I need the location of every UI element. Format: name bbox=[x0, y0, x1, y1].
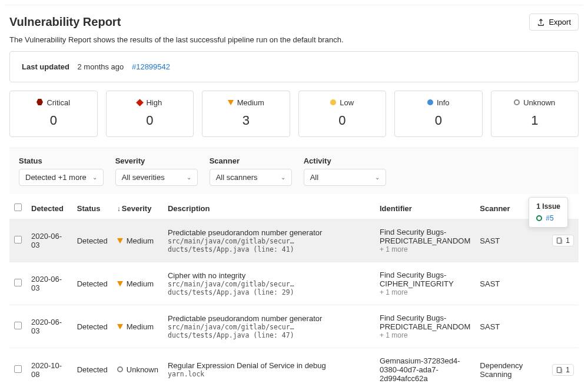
severity-icon bbox=[427, 98, 433, 107]
severity-icon bbox=[117, 279, 123, 288]
filter-status-value: Detected +1 more bbox=[25, 173, 87, 182]
severity-name: Medium bbox=[237, 98, 264, 107]
table-row[interactable]: 2020-06-03 Detected Medium Predictable p… bbox=[9, 219, 579, 262]
severity-name: Info bbox=[437, 98, 450, 107]
cell-description[interactable]: Predictable pseudorandom number generato… bbox=[163, 219, 375, 262]
filter-activity-value: All bbox=[310, 173, 318, 182]
chevron-down-icon: ⌄ bbox=[92, 174, 97, 181]
issue-icon bbox=[556, 237, 563, 244]
last-updated-label: Last updated bbox=[22, 62, 69, 71]
severity-card-high[interactable]: High 0 bbox=[106, 91, 194, 137]
severity-card-medium[interactable]: Medium 3 bbox=[202, 91, 290, 137]
export-button[interactable]: Export bbox=[529, 14, 579, 31]
severity-count: 1 bbox=[499, 113, 572, 128]
table-row[interactable]: 2020-06-03 Detected Medium Predictable p… bbox=[9, 305, 579, 348]
filter-scanner-value: All scanners bbox=[216, 173, 258, 182]
filter-severity-value: All severities bbox=[122, 173, 165, 182]
severity-icon bbox=[36, 98, 43, 107]
severity-name: Unknown bbox=[523, 98, 555, 107]
severity-name: Low bbox=[340, 98, 354, 107]
cell-severity: Medium bbox=[117, 279, 154, 288]
cell-description[interactable]: Regular Expression Denial of Service in … bbox=[163, 348, 375, 388]
identifier-more[interactable]: + 1 more bbox=[380, 331, 470, 339]
col-identifier[interactable]: Identifier bbox=[375, 198, 475, 219]
cell-identifier: Find Security Bugs-PREDICTABLE_RANDOM+ 1… bbox=[375, 219, 475, 262]
table-row[interactable]: 2020-06-03 Detected Medium Cipher with n… bbox=[9, 262, 579, 305]
chevron-down-icon: ⌄ bbox=[375, 174, 380, 181]
issue-count-badge[interactable]: 1 bbox=[552, 235, 574, 246]
cell-status: Detected bbox=[72, 262, 112, 305]
severity-name: High bbox=[146, 98, 162, 107]
page-title: Vulnerability Report bbox=[9, 15, 121, 29]
issue-count: 1 bbox=[566, 236, 570, 245]
severity-icon bbox=[330, 98, 336, 107]
severity-count: 0 bbox=[17, 113, 90, 128]
cell-description[interactable]: Predictable pseudorandom number generato… bbox=[163, 305, 375, 348]
col-severity[interactable]: ↓Severity bbox=[112, 198, 163, 219]
severity-icon bbox=[514, 98, 520, 107]
col-detected[interactable]: Detected bbox=[26, 198, 72, 219]
vulnerability-table: Detected Status ↓Severity Description Id… bbox=[9, 198, 579, 387]
severity-icon bbox=[117, 236, 123, 245]
last-updated-panel: Last updated 2 months ago #12899542 bbox=[9, 51, 579, 82]
issue-count-badge[interactable]: 1 bbox=[552, 364, 574, 376]
severity-card-unknown[interactable]: Unknown 1 bbox=[491, 91, 579, 137]
cell-scanner: Dependency Scanning bbox=[475, 348, 547, 388]
cell-severity: Medium bbox=[117, 236, 154, 245]
severity-icon bbox=[117, 365, 123, 374]
cell-status: Detected bbox=[72, 348, 112, 388]
cell-description[interactable]: Cipher with no integrity src/main/java/c… bbox=[163, 262, 375, 305]
export-label: Export bbox=[549, 18, 571, 26]
last-updated-ago: 2 months ago bbox=[78, 62, 124, 71]
cell-detected: 2020-06-03 bbox=[26, 305, 72, 348]
col-description[interactable]: Description bbox=[163, 198, 375, 219]
issue-status-icon bbox=[536, 215, 542, 221]
severity-icon bbox=[228, 98, 234, 107]
filter-activity-select[interactable]: All ⌄ bbox=[304, 169, 386, 186]
cell-scanner: SAST bbox=[475, 262, 547, 305]
cell-severity: Medium bbox=[117, 322, 154, 331]
pipeline-link[interactable]: #12899542 bbox=[132, 62, 170, 71]
cell-severity: Unknown bbox=[117, 365, 158, 374]
cell-identifier: Find Security Bugs-PREDICTABLE_RANDOM+ 1… bbox=[375, 305, 475, 348]
filter-scanner-label: Scanner bbox=[210, 156, 292, 165]
filter-severity-select[interactable]: All severities ⌄ bbox=[115, 169, 198, 186]
svg-rect-2 bbox=[557, 367, 562, 372]
page-subtitle: The Vulnerability Report shows the resul… bbox=[9, 35, 579, 44]
row-checkbox[interactable] bbox=[14, 322, 22, 329]
row-checkbox[interactable] bbox=[14, 365, 22, 373]
severity-card-critical[interactable]: Critical 0 bbox=[9, 91, 98, 137]
popover-issue-link[interactable]: #5 bbox=[546, 214, 553, 222]
row-checkbox[interactable] bbox=[14, 236, 22, 243]
select-all-checkbox[interactable] bbox=[14, 203, 22, 211]
chevron-down-icon: ⌄ bbox=[187, 174, 191, 181]
export-icon bbox=[537, 18, 545, 26]
filters-bar: Status Detected +1 more ⌄ Severity All s… bbox=[9, 148, 579, 194]
svg-marker-0 bbox=[36, 99, 43, 105]
issue-popover: 1 Issue #5 bbox=[529, 197, 568, 228]
filter-status-select[interactable]: Detected +1 more ⌄ bbox=[19, 169, 104, 186]
identifier-more[interactable]: + 1 more bbox=[380, 288, 470, 296]
issue-count: 1 bbox=[566, 366, 570, 374]
identifier-more[interactable]: + 1 more bbox=[380, 245, 470, 253]
issue-icon bbox=[556, 366, 563, 373]
severity-count: 0 bbox=[306, 113, 379, 128]
filter-severity-label: Severity bbox=[115, 156, 198, 165]
cell-identifier: Find Security Bugs-CIPHER_INTEGRITY+ 1 m… bbox=[375, 262, 475, 305]
filter-scanner-select[interactable]: All scanners ⌄ bbox=[210, 169, 292, 186]
severity-card-low[interactable]: Low 0 bbox=[298, 91, 387, 137]
severity-card-info[interactable]: Info 0 bbox=[394, 91, 483, 137]
table-row[interactable]: 2020-10-08 Detected Unknown Regular Expr… bbox=[9, 348, 579, 388]
col-status[interactable]: Status bbox=[72, 198, 112, 219]
row-checkbox[interactable] bbox=[14, 279, 22, 286]
cell-detected: 2020-10-08 bbox=[26, 348, 72, 388]
cell-scanner: SAST bbox=[475, 305, 547, 348]
sort-descending-icon: ↓ bbox=[117, 205, 121, 213]
filter-activity-label: Activity bbox=[304, 156, 386, 165]
cell-status: Detected bbox=[72, 219, 112, 262]
filter-status-label: Status bbox=[19, 156, 104, 165]
chevron-down-icon: ⌄ bbox=[281, 174, 285, 181]
svg-rect-1 bbox=[557, 238, 562, 243]
severity-count: 3 bbox=[210, 113, 283, 128]
cell-detected: 2020-06-03 bbox=[26, 219, 72, 262]
